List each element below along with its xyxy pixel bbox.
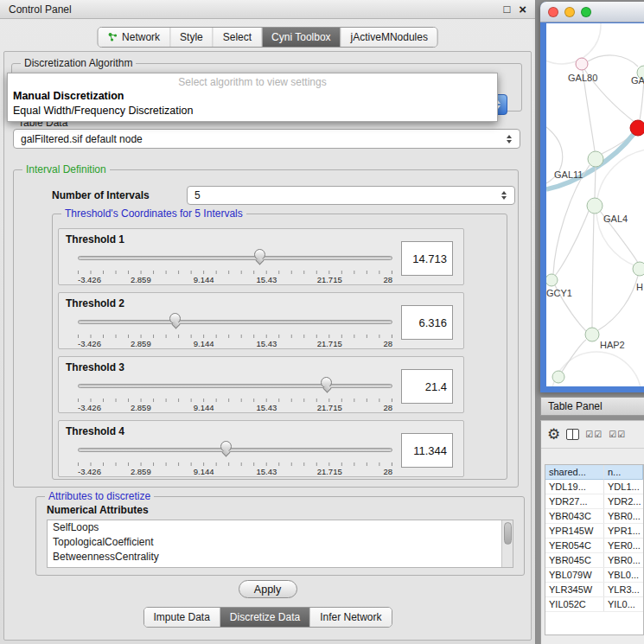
threshold-value-field[interactable]: 14.713 <box>401 241 453 276</box>
tab-network[interactable]: Network <box>98 28 170 47</box>
table-cell: YDL19... <box>545 480 604 494</box>
float-panel-button[interactable]: □ <box>503 3 510 15</box>
combo-stepper-icon[interactable] <box>501 191 507 200</box>
table-cell: YIL052C <box>545 597 604 611</box>
column-header-1[interactable]: shared... <box>545 465 604 480</box>
network-node-gal80[interactable] <box>576 58 588 70</box>
arrow-down-icon <box>501 196 507 200</box>
tick-label: -3.426 <box>78 339 101 348</box>
number-of-intervals-value: 5 <box>194 189 201 201</box>
table-row[interactable]: YBR043CYBR0... <box>545 509 643 524</box>
select-columns-checkboxes-icon[interactable]: ☑☑ <box>585 430 603 439</box>
threshold-label: Threshold 4 <box>66 425 124 437</box>
close-panel-button[interactable]: × <box>519 3 526 16</box>
attribute-item-selfloops[interactable]: SelfLoops <box>48 520 513 535</box>
network-node-h[interactable] <box>633 262 644 276</box>
network-node-gal4[interactable] <box>587 198 603 214</box>
slider-thumb[interactable] <box>321 377 332 388</box>
network-canvas[interactable]: GAL80GAGAL11GAL4HGCY1HAP2 <box>546 23 644 386</box>
tab-label: Select <box>223 31 252 43</box>
tab-jactivemnodules[interactable]: jActiveMNodules <box>341 28 437 47</box>
table-row[interactable]: YIL052CYIL0... <box>545 597 643 612</box>
algorithm-option-equal-width-frequency-discretization[interactable]: Equal Width/Frequency Discretization <box>8 104 497 118</box>
gear-icon[interactable]: ⚙ <box>547 427 560 442</box>
list-scrollbar[interactable] <box>501 520 513 567</box>
table-cell: YLR345W <box>545 583 604 596</box>
slider-track[interactable] <box>78 384 392 388</box>
tab-select[interactable]: Select <box>214 28 262 47</box>
slider-track[interactable] <box>78 448 392 452</box>
tick-label: -3.426 <box>78 467 101 476</box>
table-cell: YBL079W <box>545 568 604 582</box>
network-edge <box>588 55 638 67</box>
minimize-traffic-button[interactable] <box>564 7 575 17</box>
network-node-gcy1[interactable] <box>546 274 558 286</box>
threshold-slider[interactable] <box>78 379 392 395</box>
combo-stepper-icon[interactable] <box>507 135 513 143</box>
tick-label: 9.144 <box>194 275 214 284</box>
column-header-2[interactable]: n... <box>604 465 643 480</box>
table-data-selected-value: galFiltered.sif default node <box>21 133 143 145</box>
network-node-gal11[interactable] <box>588 151 603 167</box>
tick-label: 28 <box>383 275 392 284</box>
close-traffic-button[interactable] <box>548 7 558 17</box>
tab-style[interactable]: Style <box>170 28 214 47</box>
scrollbar-thumb[interactable] <box>504 522 512 545</box>
threshold-slider[interactable] <box>78 316 392 331</box>
table-cell: YPR1... <box>604 524 643 538</box>
number-of-intervals-select[interactable]: 5 <box>187 186 515 205</box>
network-node[interactable] <box>630 120 644 136</box>
threshold-panel-1: Threshold 1-3.4262.8599.14415.4321.71528… <box>58 228 464 285</box>
tick-label: 28 <box>383 339 392 348</box>
threshold-value-field[interactable]: 11.344 <box>401 433 453 468</box>
network-node-hap2[interactable] <box>585 328 599 341</box>
tab-cyni-toolbox[interactable]: Cyni Toolbox <box>262 28 341 47</box>
table-row[interactable]: YPR145WYPR1... <box>545 524 643 539</box>
apply-button[interactable]: Apply <box>239 580 297 598</box>
table-row[interactable]: YDL19...YDL1... <box>545 480 643 494</box>
attribute-item-betweennesscentrality[interactable]: BetweennessCentrality <box>48 550 513 564</box>
algorithm-option-manual-discretization[interactable]: Manual Discretization <box>8 89 497 104</box>
select-rows-checkboxes-icon[interactable]: ☑☑ <box>609 430 626 439</box>
table-cell: YBL0... <box>604 568 643 582</box>
bottom-tab-bar: Impute DataDiscretize DataInfer Network <box>143 607 392 628</box>
interval-definition-group: Interval Definition Number of Intervals … <box>13 169 519 488</box>
slider-track[interactable] <box>78 256 392 260</box>
table-header-row: shared...n... <box>545 465 643 480</box>
slider-track[interactable] <box>78 320 392 324</box>
tab-infer-network[interactable]: Infer Network <box>310 608 391 627</box>
threshold-value-field[interactable]: 6.316 <box>401 305 453 340</box>
threshold-label: Threshold 1 <box>66 233 124 245</box>
tick-label: 21.715 <box>317 467 342 476</box>
tick-label: 9.144 <box>194 467 214 476</box>
table-cell: YIL0... <box>604 597 643 611</box>
network-edge <box>640 80 644 120</box>
tab-impute-data[interactable]: Impute Data <box>143 608 220 627</box>
columns-icon[interactable] <box>566 429 579 440</box>
table-row[interactable]: YBR045CYBR0... <box>545 553 643 568</box>
node-table-body: YDL19...YDL1...YDR27...YDR2...YBR043CYBR… <box>545 480 643 612</box>
attribute-item-topologicalcoefficient[interactable]: TopologicalCoefficient <box>48 535 513 550</box>
zoom-traffic-button[interactable] <box>581 7 591 17</box>
table-data-select[interactable]: galFiltered.sif default node <box>13 129 520 149</box>
slider-thumb[interactable] <box>254 249 265 260</box>
panel-title: Control Panel <box>9 3 494 16</box>
tab-discretize-data[interactable]: Discretize Data <box>220 608 310 627</box>
threshold-panel-3: Threshold 3-3.4262.8599.14415.4321.71528… <box>58 356 464 413</box>
table-row[interactable]: YLR345WYLR3... <box>545 583 643 597</box>
slider-thumb[interactable] <box>220 441 232 452</box>
threshold-slider[interactable] <box>78 443 392 459</box>
network-edge <box>592 214 594 328</box>
table-row[interactable]: YBL079WYBL0... <box>545 568 643 583</box>
tick-label: 28 <box>383 403 392 412</box>
threshold-slider[interactable] <box>78 252 392 267</box>
table-row[interactable]: YDR27...YDR2... <box>545 494 643 509</box>
tick-label: 9.144 <box>194 339 214 348</box>
table-row[interactable]: YER054CYER0... <box>545 539 643 553</box>
network-node[interactable] <box>552 371 564 383</box>
tick-label: 28 <box>383 467 392 476</box>
node-label: GAL80 <box>568 73 597 83</box>
numerical-attributes-list[interactable]: SelfLoopsTopologicalCoefficientBetweenne… <box>47 520 513 568</box>
cyni-toolbox-panel: Discretization Algorithm Table Data galF… <box>3 51 532 641</box>
threshold-value-field[interactable]: 21.4 <box>401 369 453 404</box>
